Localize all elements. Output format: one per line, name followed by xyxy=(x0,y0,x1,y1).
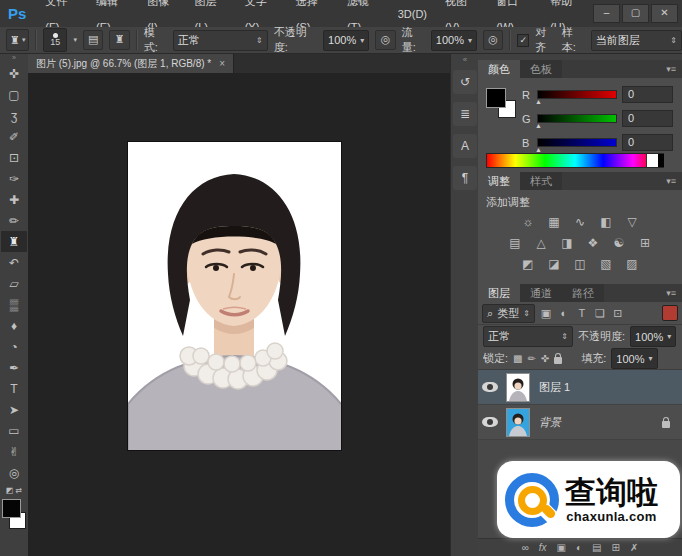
foreground-color-swatch[interactable] xyxy=(2,499,21,518)
minimize-button[interactable]: – xyxy=(593,4,620,23)
sample-select[interactable]: 当前图层 ⇕ xyxy=(591,30,682,51)
filter-type-layers-icon[interactable]: T xyxy=(575,307,589,319)
slider-thumb-icon[interactable]: ▲ xyxy=(535,122,542,129)
lock-pixels-icon[interactable]: ✏ xyxy=(528,353,536,364)
delete-layer-icon[interactable]: ✗ xyxy=(630,542,638,553)
filter-shape-layers-icon[interactable]: ❏ xyxy=(593,307,607,320)
maximize-button[interactable]: ▢ xyxy=(622,4,649,23)
visibility-eye-icon[interactable] xyxy=(482,417,498,427)
panel-menu-icon[interactable]: ▾≡ xyxy=(666,284,676,302)
layer-blend-mode-select[interactable]: 正常 ⇕ xyxy=(483,326,573,347)
filter-type-select[interactable]: ⌕ 类型 ⇕ xyxy=(482,304,535,323)
gradient-tool[interactable]: ▒ xyxy=(1,294,27,315)
opacity-input[interactable]: 100% ▾ xyxy=(323,30,369,51)
filter-smart-objects-icon[interactable]: ⊡ xyxy=(611,307,625,320)
exposure-icon[interactable]: ◧ xyxy=(597,215,615,230)
invert-icon[interactable]: ◩ xyxy=(519,257,537,272)
red-slider[interactable]: ▲ xyxy=(537,90,617,99)
quick-selection-tool[interactable]: ✐ xyxy=(1,126,27,147)
brush-panel-toggle-icon[interactable]: ▤ xyxy=(83,30,103,50)
menu-3d[interactable]: 3D(D) xyxy=(389,1,436,27)
lock-all-icon[interactable] xyxy=(554,357,562,364)
swap-colors-icon[interactable]: ◩ ⇄ xyxy=(6,483,22,497)
filter-pixel-layers-icon[interactable]: ▣ xyxy=(539,307,553,320)
fill-input[interactable]: 100% ▾ xyxy=(611,348,657,369)
black-white-icon[interactable]: ◨ xyxy=(558,236,576,251)
green-value-input[interactable]: 0 xyxy=(622,110,673,127)
new-layer-icon[interactable]: ⊞ xyxy=(612,542,620,553)
lock-transparency-icon[interactable]: ▩ xyxy=(513,353,522,364)
dodge-tool[interactable]: ◔ xyxy=(1,336,27,357)
tab-styles[interactable]: 样式 xyxy=(520,172,562,190)
blue-value-input[interactable]: 0 xyxy=(622,134,673,151)
tab-channels[interactable]: 通道 xyxy=(520,284,562,302)
curves-icon[interactable]: ∿ xyxy=(571,215,589,230)
color-spectrum-ramp[interactable] xyxy=(486,153,664,168)
channel-mixer-icon[interactable]: ☯ xyxy=(610,236,628,251)
brush-preset-picker[interactable]: 15 xyxy=(43,28,67,52)
filter-toggle-switch[interactable] xyxy=(662,305,678,321)
rectangle-tool[interactable]: ▭ xyxy=(1,420,27,441)
new-group-icon[interactable]: ▤ xyxy=(592,542,601,553)
hue-saturation-icon[interactable]: ▤ xyxy=(506,236,524,251)
lasso-tool[interactable]: ʒ xyxy=(1,105,27,126)
pressure-opacity-icon[interactable]: ◎ xyxy=(375,30,395,50)
paragraph-panel-icon[interactable]: ¶ xyxy=(453,166,477,190)
clone-source-panel-icon[interactable]: ♜ xyxy=(109,30,129,50)
tab-close-icon[interactable]: × xyxy=(219,58,225,69)
path-select-tool[interactable]: ➤ xyxy=(1,399,27,420)
tab-paths[interactable]: 路径 xyxy=(562,284,604,302)
zoom-tool[interactable]: ◎ xyxy=(1,462,27,483)
layer-thumbnail[interactable] xyxy=(506,408,530,437)
clone-stamp-tool[interactable]: ♜ xyxy=(1,231,27,252)
add-mask-icon[interactable]: ▣ xyxy=(557,542,566,553)
chevron-down-icon[interactable]: ▾ xyxy=(73,36,77,44)
healing-brush-tool[interactable]: ✚ xyxy=(1,189,27,210)
brush-tool[interactable]: ✏ xyxy=(1,210,27,231)
lock-position-icon[interactable]: ✜ xyxy=(541,353,549,364)
canvas[interactable]: 66.67% ◔ 文档:647.8K/1.24M ▶ Mini Bridge 时… xyxy=(28,73,450,515)
red-value-input[interactable]: 0 xyxy=(622,86,673,103)
tab-adjustments[interactable]: 调整 xyxy=(478,172,520,190)
panel-menu-icon[interactable]: ▾≡ xyxy=(666,172,676,190)
filter-adjustment-layers-icon[interactable]: ◐ xyxy=(557,307,571,319)
brightness-contrast-icon[interactable]: ☼ xyxy=(519,215,537,230)
photo-image[interactable] xyxy=(128,142,341,450)
green-slider[interactable]: ▲ xyxy=(537,114,617,123)
hand-tool[interactable]: ✌ xyxy=(1,441,27,462)
layer-name[interactable]: 图层 1 xyxy=(539,380,570,395)
layer-thumbnail[interactable] xyxy=(506,373,530,402)
type-tool[interactable]: T xyxy=(1,378,27,399)
airbrush-toggle-icon[interactable]: ◎ xyxy=(483,30,503,50)
link-layers-icon[interactable]: ∞ xyxy=(522,542,529,553)
foreground-color-swatch[interactable] xyxy=(486,88,506,108)
layer-row-layer1[interactable]: 图层 1 xyxy=(478,370,682,405)
tab-color[interactable]: 颜色 xyxy=(478,60,520,78)
posterize-icon[interactable]: ◪ xyxy=(545,257,563,272)
gradient-map-icon[interactable]: ▨ xyxy=(623,257,641,272)
pen-tool[interactable]: ✒ xyxy=(1,357,27,378)
crop-tool[interactable]: ⊡ xyxy=(1,147,27,168)
color-balance-icon[interactable]: △ xyxy=(532,236,550,251)
blue-slider[interactable]: ▲ xyxy=(537,138,617,147)
tab-layers[interactable]: 图层 xyxy=(478,284,520,302)
tab-swatches[interactable]: 色板 xyxy=(520,60,562,78)
dock-expand-icon[interactable]: « xyxy=(463,54,467,66)
blend-mode-select[interactable]: 正常 ⇕ xyxy=(173,30,268,51)
move-tool[interactable]: ✜ xyxy=(1,63,27,84)
history-brush-tool[interactable]: ↶ xyxy=(1,252,27,273)
align-checkbox[interactable]: ✓ xyxy=(517,34,529,47)
new-adjustment-layer-icon[interactable]: ◐ xyxy=(576,542,582,553)
document-tab[interactable]: 图片 (5).jpg @ 66.7% (图层 1, RGB/8) * × xyxy=(28,54,234,73)
selective-color-icon[interactable]: ▧ xyxy=(597,257,615,272)
toolbar-collapse-icon[interactable]: » xyxy=(12,54,16,63)
eraser-tool[interactable]: ▱ xyxy=(1,273,27,294)
blur-tool[interactable]: ♦ xyxy=(1,315,27,336)
color-lookup-icon[interactable]: ⊞ xyxy=(636,236,654,251)
panel-menu-icon[interactable]: ▾≡ xyxy=(666,60,676,78)
slider-thumb-icon[interactable]: ▲ xyxy=(535,146,542,153)
close-button[interactable]: ✕ xyxy=(651,4,678,23)
eyedropper-tool[interactable]: ✑ xyxy=(1,168,27,189)
vibrance-icon[interactable]: ▽ xyxy=(623,215,641,230)
visibility-eye-icon[interactable] xyxy=(482,382,498,392)
